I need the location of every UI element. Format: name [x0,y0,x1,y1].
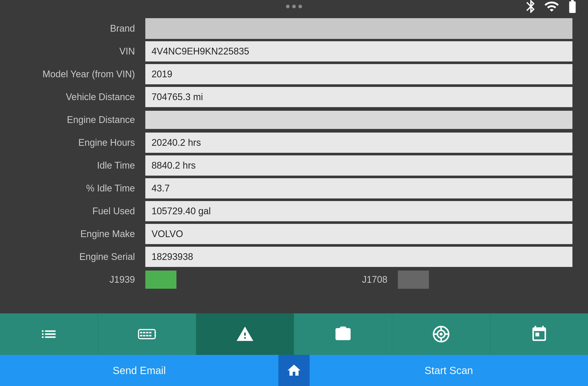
nav-item-fault[interactable] [196,313,294,355]
brand-value[interactable] [145,18,572,39]
send-email-button[interactable]: Send Email [0,355,278,386]
engine-serial-label: Engine Serial [16,251,145,262]
svg-rect-7 [149,332,152,333]
vehicle-distance-row: Vehicle Distance 704765.3 mi [16,87,572,107]
engine-serial-row: Engine Serial 18293938 [16,246,572,267]
svg-rect-2 [42,336,44,338]
vehicle-distance-label: Vehicle Distance [16,92,145,102]
engine-distance-value[interactable] [145,111,572,129]
idle-time-value[interactable]: 8840.2 hrs [145,155,572,176]
svg-rect-9 [143,335,146,336]
top-icons [523,0,580,14]
content-area: Brand VIN 4V4NC9EH9KN225835 Model Year (… [0,13,588,313]
engine-make-value[interactable]: VOLVO [145,224,572,244]
vehicle-distance-value[interactable]: 704765.3 mi [145,87,572,107]
svg-rect-4 [140,332,142,333]
signal-icon [544,0,559,14]
fuel-used-row: Fuel Used 105729.40 gal [16,201,572,222]
engine-distance-row: Engine Distance [16,109,572,130]
brand-label: Brand [16,23,145,34]
j1939-toggle-section [145,271,320,289]
nav-item-obd[interactable] [98,313,196,355]
engine-make-row: Engine Make VOLVO [16,224,572,244]
j1939-label: J1939 [16,274,145,285]
fault-icon [236,325,254,343]
home-button[interactable] [278,355,310,386]
nav-item-calendar[interactable] [490,313,588,355]
svg-rect-0 [42,330,44,332]
home-icon [286,363,302,378]
engine-make-label: Engine Make [16,229,145,239]
engine-hours-row: Engine Hours 20240.2 hrs [16,132,572,153]
tire-icon [432,325,450,343]
obd-icon [138,325,156,343]
idle-time-row: Idle Time 8840.2 hrs [16,155,572,176]
vin-value[interactable]: 4V4NC9EH9KN225835 [145,41,572,61]
j1708-toggle[interactable] [398,271,429,289]
svg-rect-10 [146,335,148,336]
j1708-label: J1708 [320,274,398,285]
camera-icon [334,325,352,343]
svg-point-16 [440,333,443,336]
bluetooth-icon [523,0,539,14]
engine-hours-value[interactable]: 20240.2 hrs [145,133,572,153]
top-dots [286,5,302,8]
j1939-toggle[interactable] [145,271,176,289]
top-bar [0,0,588,13]
vin-row: VIN 4V4NC9EH9KN225835 [16,41,572,62]
svg-rect-8 [140,335,142,336]
svg-rect-11 [149,335,152,336]
fuel-used-label: Fuel Used [16,206,145,217]
svg-rect-6 [146,332,148,333]
calendar-icon [530,325,548,343]
vin-label: VIN [16,46,145,57]
model-year-value[interactable]: 2019 [145,64,572,84]
brand-row: Brand [16,18,572,39]
svg-rect-1 [42,333,44,335]
svg-rect-3 [139,330,155,339]
nav-item-tire[interactable] [392,313,490,355]
battery-icon [565,0,580,14]
checklist-icon [40,325,58,343]
bottom-action-bar: Send Email Start Scan [0,355,588,386]
start-scan-button[interactable]: Start Scan [310,355,588,386]
fuel-used-value[interactable]: 105729.40 gal [145,201,572,221]
dot-3 [298,5,302,8]
dot-1 [286,5,290,8]
nav-item-camera[interactable] [294,313,392,355]
dot-2 [292,5,296,8]
idle-time-label: Idle Time [16,160,145,171]
svg-rect-5 [143,332,146,333]
engine-distance-label: Engine Distance [16,114,145,125]
model-year-row: Model Year (from VIN) 2019 [16,64,572,85]
protocol-row: J1939 J1708 [16,269,572,290]
percent-idle-time-value[interactable]: 43.7 [145,178,572,198]
model-year-label: Model Year (from VIN) [16,69,145,80]
percent-idle-time-label: % Idle Time [16,183,145,194]
engine-hours-label: Engine Hours [16,137,145,148]
percent-idle-time-row: % Idle Time 43.7 [16,178,572,199]
engine-serial-value[interactable]: 18293938 [145,247,572,267]
j1708-toggle-section [398,271,572,289]
nav-item-checklist[interactable] [0,313,98,355]
bottom-nav [0,313,588,355]
